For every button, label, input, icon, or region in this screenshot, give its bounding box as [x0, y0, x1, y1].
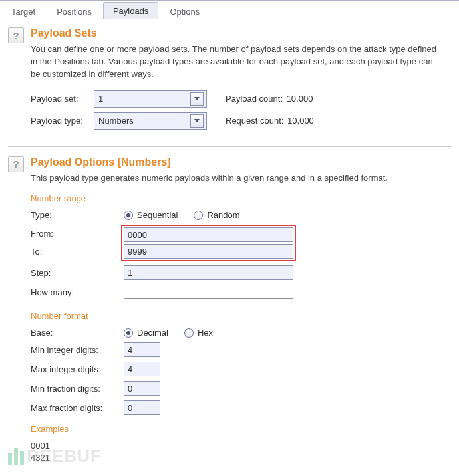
how-many-label: How many:	[31, 287, 124, 297]
payload-type-label: Payload type:	[31, 116, 94, 126]
max-frac-input[interactable]	[124, 400, 160, 415]
to-label: To:	[31, 243, 124, 261]
payload-sets-description: You can define one or more payload sets.…	[31, 43, 443, 81]
payload-set-dropdown[interactable]: 1	[94, 90, 207, 108]
example-item: 0001	[31, 441, 451, 451]
payload-set-value: 1	[98, 94, 103, 104]
section-payload-sets: ? Payload Sets You can define one or mor…	[8, 26, 451, 147]
max-int-label: Max integer digits:	[31, 364, 124, 374]
radio-hex[interactable]: Hex	[184, 328, 213, 338]
number-format-heading: Number format	[31, 311, 451, 321]
number-range-heading: Number range	[31, 193, 451, 203]
payload-type-value: Numbers	[98, 116, 134, 126]
type-label: Type:	[31, 210, 124, 220]
min-frac-label: Min fraction digits:	[31, 384, 124, 394]
to-input[interactable]	[124, 244, 293, 259]
radio-sequential[interactable]: Sequential	[124, 210, 178, 220]
radio-sequential-label: Sequential	[137, 210, 178, 220]
content-area: ? Payload Sets You can define one or mor…	[0, 19, 459, 476]
base-label: Base:	[31, 328, 124, 338]
tab-bar: Target Positions Payloads Options	[0, 1, 459, 19]
min-int-input[interactable]	[124, 342, 160, 357]
payload-set-label: Payload set:	[31, 94, 94, 104]
payload-sets-title: Payload Sets	[31, 27, 451, 39]
chevron-down-icon	[190, 114, 204, 128]
tab-options[interactable]: Options	[160, 3, 210, 19]
step-label: Step:	[31, 268, 124, 278]
from-label: From:	[31, 225, 124, 243]
examples-list: 0001 4321	[31, 441, 451, 463]
how-many-input[interactable]	[124, 285, 293, 299]
payload-options-title: Payload Options [Numbers]	[31, 156, 451, 168]
app-window: Target Positions Payloads Options ? Payl…	[0, 0, 459, 476]
radio-random-label: Random	[207, 210, 239, 220]
radio-icon	[194, 211, 203, 220]
payload-type-dropdown[interactable]: Numbers	[94, 112, 207, 130]
tab-positions[interactable]: Positions	[47, 3, 102, 19]
tab-payloads[interactable]: Payloads	[103, 2, 158, 19]
payload-count-label: Payload count:	[226, 94, 283, 104]
help-icon[interactable]: ?	[8, 156, 24, 172]
radio-hex-label: Hex	[198, 328, 213, 338]
payload-count-value: 10,000	[287, 94, 313, 104]
examples-heading: Examples	[31, 424, 451, 434]
radio-decimal-label: Decimal	[137, 328, 168, 338]
from-input[interactable]	[124, 227, 293, 242]
step-input[interactable]	[124, 265, 293, 280]
radio-icon	[184, 328, 194, 338]
radio-random[interactable]: Random	[194, 210, 239, 220]
from-to-highlight	[121, 225, 296, 261]
help-icon[interactable]: ?	[8, 27, 24, 43]
radio-icon	[124, 328, 133, 338]
request-count-value: 10,000	[287, 116, 314, 126]
max-int-input[interactable]	[124, 362, 160, 376]
request-count-label: Request count:	[226, 116, 283, 126]
max-frac-label: Max fraction digits:	[31, 403, 124, 413]
payload-options-description: This payload type generates numeric payl…	[31, 172, 443, 185]
chevron-down-icon	[190, 92, 204, 106]
radio-icon	[124, 211, 133, 220]
min-int-label: Min integer digits:	[31, 345, 124, 355]
example-item: 4321	[31, 453, 451, 463]
radio-decimal[interactable]: Decimal	[124, 328, 168, 338]
tab-target[interactable]: Target	[1, 3, 45, 19]
section-payload-options: ? Payload Options [Numbers] This payload…	[8, 155, 451, 476]
min-frac-input[interactable]	[124, 381, 160, 396]
